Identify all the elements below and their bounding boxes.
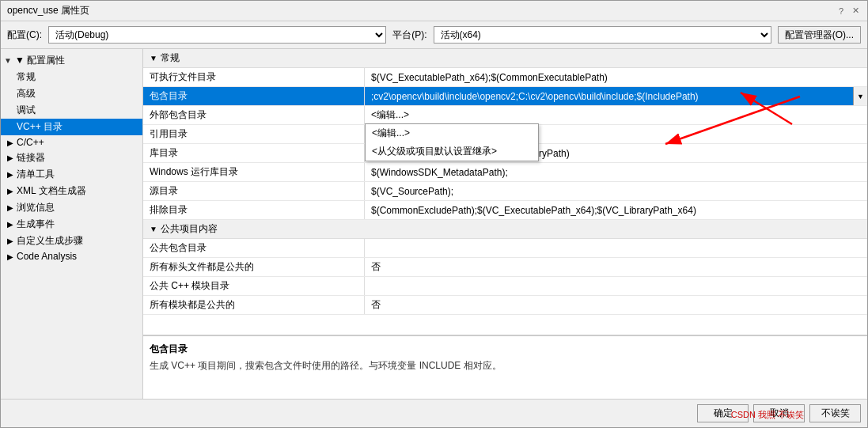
desc-text: 生成 VC++ 项目期间，搜索包含文件时使用的路径。与环境变量 INCLUDE …	[150, 359, 861, 373]
help-button[interactable]: ?	[836, 6, 847, 17]
prop-value-include-dir[interactable]: ;cv2\opencv\build\include\opencv2;C:\cv2…	[365, 87, 867, 105]
dropdown-overlay: <编辑...> <从父级或项目默认设置继承>	[365, 123, 539, 161]
row-all-headers-public: 所有标头文件都是公共的 否	[143, 258, 867, 277]
tree-group-browse[interactable]: ▶ 浏览信息	[1, 199, 142, 216]
prop-name-pub-include: 公共包含目录	[143, 239, 365, 257]
config-select[interactable]: 活动(Debug)	[48, 26, 386, 44]
section-general-arrow: ▼	[150, 54, 157, 62]
section-public-label: 公共项目内容	[161, 222, 218, 236]
xml-arrow: ▶	[7, 187, 13, 195]
row-excl-dir: 排除目录 $(CommonExcludePath);$(VC_Executabl…	[143, 201, 867, 220]
property-grid: ▼ 常规 可执行文件目录 $(VC_ExecutablePath_x64);$(…	[143, 49, 867, 335]
prop-name-excl-dir: 排除目录	[143, 201, 365, 219]
src-dir-text: $(VC_SourcePath);	[371, 186, 453, 197]
excl-dir-text: $(CommonExcludePath);$(VC_ExecutablePath…	[371, 205, 696, 216]
property-dialog: opencv_use 属性页 ? ✕ 配置(C): 活动(Debug) 平台(P…	[0, 0, 868, 428]
row-pub-include: 公共包含目录	[143, 239, 867, 258]
tree-item-debug[interactable]: 调试	[1, 102, 142, 119]
close-button[interactable]: ✕	[850, 6, 861, 17]
row-exec-dir: 可执行文件目录 $(VC_ExecutablePath_x64);$(Commo…	[143, 68, 867, 87]
cpp-label: C/C++	[17, 137, 44, 148]
custom-build-label: 自定义生成步骤	[17, 234, 83, 248]
build-events-label: 生成事件	[17, 218, 55, 231]
linker-arrow: ▶	[7, 153, 13, 162]
exec-dir-text: $(VC_ExecutablePath_x64);$(CommonExecuta…	[371, 72, 608, 83]
row-pub-module: 公共 C++ 模块目录	[143, 277, 867, 296]
left-panel: ▼ ▼ 配置属性 常规 高级 调试 VC++ 目录 ▶ C/C++ ▶ 链接器 …	[1, 49, 143, 399]
platform-label: 平台(P):	[392, 28, 426, 42]
tree-group-custom-build[interactable]: ▶ 自定义生成步骤	[1, 233, 142, 249]
title-controls: ? ✕	[836, 6, 861, 17]
linker-label: 链接器	[17, 151, 45, 165]
ext-include-text: <编辑...>	[371, 108, 409, 122]
prop-name-ref-dir: 引用目录	[143, 125, 365, 143]
row-winlib-dir: Windows 运行库目录 $(WindowsSDK_MetadataPath)…	[143, 163, 867, 182]
tree-group-build-events[interactable]: ▶ 生成事件	[1, 216, 142, 233]
apply-button[interactable]: 不诶笑	[809, 404, 861, 422]
ok-button[interactable]: 确定	[697, 404, 749, 422]
manifest-label: 清单工具	[17, 168, 55, 181]
include-dir-dropdown-btn[interactable]: ▼	[853, 87, 867, 105]
right-panel: ▼ 常规 可执行文件目录 $(VC_ExecutablePath_x64);$(…	[143, 49, 867, 399]
main-content: ▼ ▼ 配置属性 常规 高级 调试 VC++ 目录 ▶ C/C++ ▶ 链接器 …	[1, 48, 867, 399]
custom-build-arrow: ▶	[7, 237, 13, 245]
dialog-title: opencv_use 属性页	[7, 4, 89, 17]
tree-item-vcpp[interactable]: VC++ 目录	[1, 119, 142, 135]
prop-value-all-modules[interactable]: 否	[365, 296, 867, 314]
prop-name-winlib-dir: Windows 运行库目录	[143, 163, 365, 181]
tree-group-cpp[interactable]: ▶ C/C++	[1, 135, 142, 150]
config-manager-button[interactable]: 配置管理器(O)...	[778, 26, 861, 44]
prop-value-winlib-dir[interactable]: $(WindowsSDK_MetadataPath);	[365, 163, 867, 181]
prop-value-excl-dir[interactable]: $(CommonExcludePath);$(VC_ExecutablePath…	[365, 201, 867, 219]
all-headers-text: 否	[371, 260, 381, 274]
tree-item-general[interactable]: 常规	[1, 69, 142, 85]
section-general[interactable]: ▼ 常规	[143, 49, 867, 68]
tree-item-advanced[interactable]: 高级	[1, 85, 142, 102]
build-events-arrow: ▶	[7, 220, 13, 229]
include-dir-text: ;cv2\opencv\build\include\opencv2;C:\cv2…	[371, 91, 699, 102]
tree-group-xml[interactable]: ▶ XML 文档生成器	[1, 183, 142, 199]
prop-value-pub-module[interactable]	[365, 277, 867, 295]
browse-arrow: ▶	[7, 203, 13, 212]
prop-value-all-headers[interactable]: 否	[365, 258, 867, 276]
browse-label: 浏览信息	[17, 201, 55, 214]
prop-name-ext-include: 外部包含目录	[143, 106, 365, 124]
section-public-arrow: ▼	[150, 225, 157, 233]
title-bar: opencv_use 属性页 ? ✕	[1, 1, 867, 21]
cpp-arrow: ▶	[7, 138, 13, 147]
prop-name-all-headers: 所有标头文件都是公共的	[143, 258, 365, 276]
tree-group-linker[interactable]: ▶ 链接器	[1, 150, 142, 166]
cancel-button[interactable]: 取消	[753, 404, 805, 422]
prop-name-exec-dir: 可执行文件目录	[143, 68, 365, 86]
prop-value-ext-include[interactable]: <编辑...>	[365, 106, 867, 124]
prop-name-include-dir: 包含目录	[143, 87, 365, 105]
tree-root[interactable]: ▼ ▼ 配置属性	[1, 52, 142, 69]
description-panel: 包含目录 生成 VC++ 项目期间，搜索包含文件时使用的路径。与环境变量 INC…	[143, 335, 867, 399]
desc-title: 包含目录	[150, 343, 861, 356]
prop-name-pub-module: 公共 C++ 模块目录	[143, 277, 365, 295]
dropdown-item-inherit[interactable]: <从父级或项目默认设置继承>	[366, 142, 538, 161]
tree-root-label: ▼ 配置属性	[15, 54, 65, 67]
manifest-arrow: ▶	[7, 170, 13, 179]
section-public[interactable]: ▼ 公共项目内容	[143, 220, 867, 239]
all-modules-text: 否	[371, 298, 381, 312]
tree-group-code-analysis[interactable]: ▶ Code Analysis	[1, 249, 142, 263]
prop-name-src-dir: 源目录	[143, 182, 365, 200]
code-analysis-arrow: ▶	[7, 252, 13, 261]
row-ext-include: 外部包含目录 <编辑...>	[143, 106, 867, 125]
prop-name-lib-dir: 库目录	[143, 144, 365, 162]
prop-value-src-dir[interactable]: $(VC_SourcePath);	[365, 182, 867, 200]
platform-select[interactable]: 活动(x64)	[434, 26, 771, 44]
prop-value-pub-include[interactable]	[365, 239, 867, 257]
xml-label: XML 文档生成器	[17, 184, 86, 198]
row-include-dir: 包含目录 ;cv2\opencv\build\include\opencv2;C…	[143, 87, 867, 106]
code-analysis-label: Code Analysis	[17, 251, 77, 262]
dropdown-item-edit[interactable]: <编辑...>	[366, 124, 538, 142]
bottom-bar: 确定 取消 不诶笑	[1, 399, 867, 427]
section-general-label: 常规	[161, 51, 180, 65]
config-row: 配置(C): 活动(Debug) 平台(P): 活动(x64) 配置管理器(O)…	[1, 21, 867, 48]
config-label: 配置(C):	[7, 28, 42, 42]
winlib-dir-text: $(WindowsSDK_MetadataPath);	[371, 167, 508, 178]
tree-group-manifest[interactable]: ▶ 清单工具	[1, 166, 142, 183]
prop-value-exec-dir[interactable]: $(VC_ExecutablePath_x64);$(CommonExecuta…	[365, 68, 867, 86]
